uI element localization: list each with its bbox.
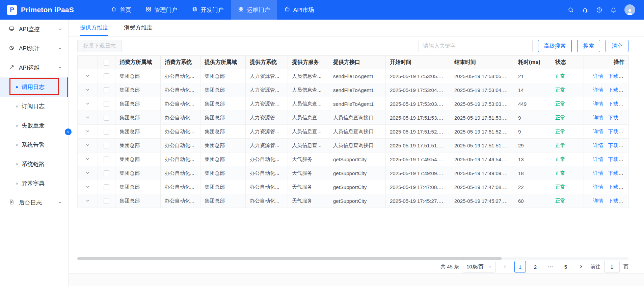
page-ellipsis[interactable]: •••	[545, 261, 556, 272]
download-log-link[interactable]: 下载日志	[608, 142, 628, 148]
log-table-row: 集团总部办公自动化...集团总部人力资源管...人员信息查...人员信息查询接口…	[78, 111, 629, 125]
prev-page-button[interactable]	[499, 261, 511, 272]
cell-start-time: 2025-05-19 17:53:05.916	[386, 69, 450, 83]
sidebar-item-api-monitoring[interactable]: API监控	[0, 20, 68, 39]
sidebar-collapse-button[interactable]	[65, 128, 72, 135]
detail-link[interactable]: 详情	[593, 156, 603, 162]
sidebar-item-failure-resend[interactable]: 失败重发	[0, 116, 68, 135]
cell-start-time: 2025-05-19 17:51:53.688	[386, 111, 450, 125]
row-checkbox[interactable]	[104, 101, 109, 107]
detail-link[interactable]: 详情	[593, 73, 603, 79]
sidebar-item-api-operations[interactable]: API运维	[0, 58, 68, 77]
nav-item-ops-portal[interactable]: 运维门户	[231, 0, 277, 20]
row-expand-chevron-icon[interactable]	[85, 115, 90, 120]
download-log-link[interactable]: 下载日志	[608, 101, 628, 106]
sidebar-item-subscription-logs[interactable]: 订阅日志	[0, 97, 68, 116]
sidebar-item-exception-dictionary[interactable]: 异常字典	[0, 174, 68, 193]
row-expand-chevron-icon[interactable]	[85, 101, 90, 106]
download-log-link[interactable]: 下载日志	[608, 156, 628, 162]
goto-page-input[interactable]	[604, 261, 620, 272]
page-button-2[interactable]: 2	[530, 261, 541, 272]
detail-link[interactable]: 详情	[593, 170, 603, 176]
support-headset-icon[interactable]	[582, 7, 588, 13]
log-table-row: 集团总部办公自动化...集团总部人力资源管...人员信息查...人员信息查询接口…	[78, 125, 629, 139]
row-expand-chevron-icon[interactable]	[85, 185, 90, 189]
download-log-link[interactable]: 下载日志	[608, 128, 628, 134]
advanced-search-button[interactable]: 高级搜索	[538, 40, 572, 52]
sidebar-item-system-alerts[interactable]: 系统告警	[0, 135, 68, 154]
chevron-up-icon	[58, 65, 62, 71]
download-log-link[interactable]: 下载日志	[608, 184, 628, 190]
horizontal-scrollbar-thumb[interactable]	[77, 257, 502, 260]
sidebar-item-call-logs[interactable]: 调用日志	[0, 77, 68, 97]
select-all-checkbox[interactable]	[104, 60, 109, 66]
row-checkbox[interactable]	[104, 73, 109, 79]
row-checkbox[interactable]	[104, 170, 109, 176]
row-expand-chevron-icon[interactable]	[85, 171, 90, 175]
detail-link[interactable]: 详情	[593, 115, 603, 120]
dimension-tabs: 提供方维度 消费方维度	[69, 20, 644, 37]
cell-provider-domain: 集团总部	[200, 152, 246, 166]
download-log-link[interactable]: 下载日志	[608, 73, 628, 79]
row-expand-chevron-icon[interactable]	[85, 157, 90, 161]
tab-provider-dimension[interactable]: 提供方维度	[80, 24, 108, 36]
download-log-link[interactable]: 下载日志	[608, 170, 628, 176]
search-icon[interactable]	[568, 7, 574, 13]
row-checkbox[interactable]	[104, 157, 109, 162]
row-expand-chevron-icon[interactable]	[85, 129, 90, 134]
detail-link[interactable]: 详情	[593, 184, 603, 190]
detail-link[interactable]: 详情	[593, 142, 603, 148]
column-header-provider-service: 提供方服务	[288, 56, 329, 69]
cell-start-time: 2025-05-19 17:47:08.647	[386, 180, 450, 194]
sidebar-item-backend-logs[interactable]: 后台日志	[0, 193, 68, 212]
cell-status: 正常	[551, 125, 584, 139]
nav-item-dev-portal[interactable]: 开发门户	[185, 0, 231, 20]
row-checkbox[interactable]	[104, 198, 109, 204]
batch-download-button[interactable]: 批量下载日志	[77, 40, 122, 52]
row-expand-chevron-icon[interactable]	[85, 198, 90, 203]
detail-link[interactable]: 详情	[593, 87, 603, 93]
bullet-dot-icon	[16, 105, 18, 108]
user-avatar[interactable]	[624, 4, 635, 15]
row-checkbox[interactable]	[104, 115, 109, 121]
cell-status: 正常	[551, 194, 584, 208]
row-checkbox[interactable]	[104, 129, 109, 135]
detail-link[interactable]: 详情	[593, 128, 603, 134]
nav-item-admin-portal[interactable]: 管理门户	[138, 0, 185, 20]
row-checkbox[interactable]	[104, 143, 109, 148]
clear-button[interactable]: 清空	[606, 40, 628, 52]
row-expand-chevron-icon[interactable]	[85, 143, 90, 147]
help-icon[interactable]	[596, 7, 602, 13]
page-button-1[interactable]: 1	[514, 261, 526, 272]
call-log-table: 消费方所属域 消费方系统 提供方所属域 提供方系统 提供方服务 提供方接口 开始…	[77, 55, 629, 208]
row-checkbox[interactable]	[104, 87, 109, 93]
row-expand-chevron-icon[interactable]	[85, 74, 90, 78]
page-size-select[interactable]: 10条/页	[463, 261, 495, 272]
row-expand-chevron-icon[interactable]	[85, 88, 90, 92]
detail-link[interactable]: 详情	[593, 101, 603, 106]
tab-consumer-dimension[interactable]: 消费方维度	[124, 24, 153, 36]
cell-consumer-domain: 集团总部	[115, 111, 161, 125]
download-log-link[interactable]: 下载日志	[608, 115, 628, 120]
cell-end-time: 2025-05-19 17:49:54.651	[450, 152, 514, 166]
download-log-link[interactable]: 下载日志	[608, 87, 628, 93]
bell-icon[interactable]	[610, 7, 617, 13]
cell-cost-ms: 29	[514, 139, 551, 152]
cell-provider-service: 人员信息查...	[288, 97, 329, 111]
nav-item-home[interactable]: 首页	[104, 0, 138, 20]
download-log-link[interactable]: 下载日志	[608, 198, 628, 204]
keyword-search-input[interactable]	[419, 40, 533, 52]
sidebar-item-api-statistics[interactable]: API统计	[0, 39, 68, 58]
row-checkbox[interactable]	[104, 184, 109, 190]
cell-cost-ms: 21	[514, 69, 551, 83]
wrench-icon	[9, 64, 15, 72]
cell-consumer-system: 办公自动化...	[161, 139, 200, 152]
search-button[interactable]: 搜索	[577, 40, 600, 52]
market-bag-icon	[284, 6, 290, 14]
nav-item-api-market[interactable]: API市场	[277, 0, 321, 20]
page-button-5[interactable]: 5	[560, 261, 571, 272]
page: P Primeton iPaaS 首页 管理门户 开发门户 运维门户 A	[0, 0, 644, 286]
sidebar-item-system-trace[interactable]: 系统链路	[0, 154, 68, 174]
detail-link[interactable]: 详情	[593, 198, 603, 204]
next-page-button[interactable]	[575, 261, 587, 272]
